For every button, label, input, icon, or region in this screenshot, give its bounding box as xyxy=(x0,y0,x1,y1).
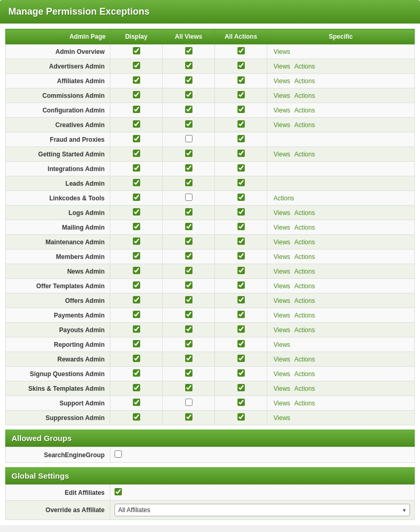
views-link[interactable]: Views xyxy=(274,224,290,231)
all-actions-checkbox[interactable] xyxy=(237,164,245,172)
all-actions-checkbox[interactable] xyxy=(237,47,245,54)
views-link[interactable]: Views xyxy=(274,312,290,319)
actions-link[interactable]: Actions xyxy=(294,370,315,378)
all-views-checkbox[interactable] xyxy=(185,47,192,54)
all-views-checkbox[interactable] xyxy=(185,237,192,245)
display-checkbox[interactable] xyxy=(133,384,140,391)
display-checkbox[interactable] xyxy=(133,76,140,84)
display-checkbox[interactable] xyxy=(133,267,140,274)
edit-affiliates-checkbox[interactable] xyxy=(115,488,122,495)
all-views-checkbox[interactable] xyxy=(185,369,192,377)
display-checkbox[interactable] xyxy=(133,150,140,157)
group-checkbox[interactable] xyxy=(115,450,122,458)
views-link[interactable]: Views xyxy=(274,370,290,378)
all-views-checkbox[interactable] xyxy=(185,413,192,421)
all-actions-checkbox[interactable] xyxy=(237,135,245,142)
all-actions-checkbox[interactable] xyxy=(237,413,245,421)
display-checkbox[interactable] xyxy=(133,340,140,347)
views-link[interactable]: Views xyxy=(274,400,290,407)
display-checkbox[interactable] xyxy=(133,194,140,201)
all-actions-checkbox[interactable] xyxy=(237,76,245,84)
actions-link[interactable]: Actions xyxy=(294,121,315,129)
all-actions-checkbox[interactable] xyxy=(237,296,245,303)
display-checkbox[interactable] xyxy=(133,369,140,377)
all-actions-checkbox[interactable] xyxy=(237,62,245,69)
all-views-checkbox[interactable] xyxy=(185,106,192,113)
views-link[interactable]: Views xyxy=(274,209,290,217)
all-views-checkbox[interactable] xyxy=(185,150,192,157)
all-actions-checkbox[interactable] xyxy=(237,194,245,201)
all-actions-checkbox[interactable] xyxy=(237,384,245,391)
actions-link[interactable]: Actions xyxy=(294,385,315,392)
display-checkbox[interactable] xyxy=(133,179,140,186)
all-actions-checkbox[interactable] xyxy=(237,325,245,333)
all-views-checkbox[interactable] xyxy=(185,281,192,289)
actions-link[interactable]: Actions xyxy=(294,326,315,334)
all-actions-checkbox[interactable] xyxy=(237,179,245,186)
actions-link[interactable]: Actions xyxy=(294,239,315,246)
display-checkbox[interactable] xyxy=(133,355,140,362)
all-actions-checkbox[interactable] xyxy=(237,120,245,128)
all-views-checkbox[interactable] xyxy=(185,384,192,391)
actions-link[interactable]: Actions xyxy=(274,195,294,202)
views-link[interactable]: Views xyxy=(274,239,290,246)
display-checkbox[interactable] xyxy=(133,91,140,98)
actions-link[interactable]: Actions xyxy=(294,209,315,217)
views-link[interactable]: Views xyxy=(274,92,290,99)
all-actions-checkbox[interactable] xyxy=(237,237,245,245)
all-actions-checkbox[interactable] xyxy=(237,355,245,362)
all-actions-checkbox[interactable] xyxy=(237,150,245,157)
all-views-checkbox[interactable] xyxy=(185,164,192,172)
display-checkbox[interactable] xyxy=(133,311,140,318)
display-checkbox[interactable] xyxy=(133,296,140,303)
all-views-checkbox[interactable] xyxy=(185,223,192,230)
views-link[interactable]: Views xyxy=(274,356,290,363)
all-views-checkbox[interactable] xyxy=(185,325,192,333)
views-link[interactable]: Views xyxy=(274,253,290,261)
display-checkbox[interactable] xyxy=(133,399,140,406)
all-views-checkbox[interactable] xyxy=(185,120,192,128)
all-views-checkbox[interactable] xyxy=(185,194,192,201)
override-affiliate-select[interactable]: All AffiliatesNoneSpecific Affiliate xyxy=(115,504,410,516)
all-actions-checkbox[interactable] xyxy=(237,399,245,406)
views-link[interactable]: Views xyxy=(274,77,290,85)
views-link[interactable]: Views xyxy=(274,385,290,392)
all-views-checkbox[interactable] xyxy=(185,399,192,406)
all-views-checkbox[interactable] xyxy=(185,252,192,259)
all-views-checkbox[interactable] xyxy=(185,135,192,142)
display-checkbox[interactable] xyxy=(133,47,140,54)
views-link[interactable]: Views xyxy=(274,326,290,334)
display-checkbox[interactable] xyxy=(133,106,140,113)
all-views-checkbox[interactable] xyxy=(185,296,192,303)
all-actions-checkbox[interactable] xyxy=(237,281,245,289)
actions-link[interactable]: Actions xyxy=(294,92,315,99)
all-actions-checkbox[interactable] xyxy=(237,267,245,274)
all-actions-checkbox[interactable] xyxy=(237,208,245,216)
all-views-checkbox[interactable] xyxy=(185,91,192,98)
display-checkbox[interactable] xyxy=(133,208,140,216)
views-link[interactable]: Views xyxy=(274,63,290,70)
display-checkbox[interactable] xyxy=(133,62,140,69)
actions-link[interactable]: Actions xyxy=(294,312,315,319)
all-views-checkbox[interactable] xyxy=(185,208,192,216)
display-checkbox[interactable] xyxy=(133,223,140,230)
views-link[interactable]: Views xyxy=(274,282,290,290)
display-checkbox[interactable] xyxy=(133,237,140,245)
views-link[interactable]: Views xyxy=(274,297,290,304)
actions-link[interactable]: Actions xyxy=(294,268,315,275)
all-views-checkbox[interactable] xyxy=(185,340,192,347)
all-actions-checkbox[interactable] xyxy=(237,223,245,230)
display-checkbox[interactable] xyxy=(133,325,140,333)
display-checkbox[interactable] xyxy=(133,252,140,259)
all-views-checkbox[interactable] xyxy=(185,311,192,318)
views-link[interactable]: Views xyxy=(274,151,290,158)
actions-link[interactable]: Actions xyxy=(294,282,315,290)
actions-link[interactable]: Actions xyxy=(294,400,315,407)
views-link[interactable]: Views xyxy=(274,48,290,55)
all-actions-checkbox[interactable] xyxy=(237,311,245,318)
actions-link[interactable]: Actions xyxy=(294,297,315,304)
all-actions-checkbox[interactable] xyxy=(237,106,245,113)
views-link[interactable]: Views xyxy=(274,121,290,129)
display-checkbox[interactable] xyxy=(133,164,140,172)
all-actions-checkbox[interactable] xyxy=(237,252,245,259)
